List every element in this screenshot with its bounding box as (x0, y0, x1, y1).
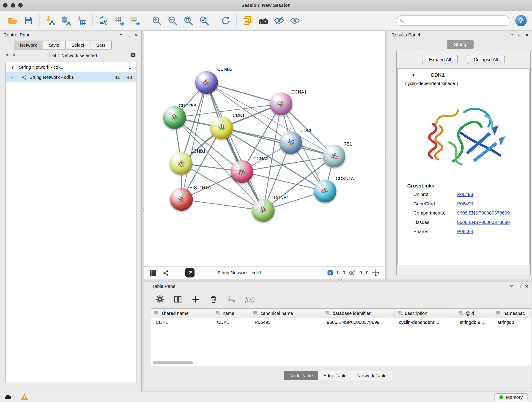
crosslink-link[interactable]: P06493 (457, 229, 473, 234)
network-canvas[interactable]: CCNB2 CCNA1 CDC25B CDK1 CDC6 RB1 CCNB1 (144, 31, 386, 279)
zoom-selected-button[interactable] (196, 13, 212, 29)
open-session-button[interactable] (5, 13, 21, 29)
zoom-out-button[interactable] (165, 13, 181, 29)
network-node-ccnb2[interactable] (195, 71, 218, 94)
crosslink-link[interactable]: P06493 (457, 192, 473, 197)
grid-view-icon[interactable] (150, 269, 157, 276)
network-node-ccne1[interactable] (252, 199, 275, 222)
expand-all-button[interactable]: Expand All (422, 55, 458, 64)
panel-maximize-icon[interactable]: □ (519, 33, 521, 37)
network-node-rb1[interactable] (323, 145, 346, 167)
export-network-button[interactable] (95, 13, 111, 29)
column-header[interactable]: @id (456, 309, 493, 318)
column-header[interactable]: namespac (493, 309, 531, 318)
column-header[interactable]: database identifier (322, 309, 394, 318)
tab-select[interactable]: Select (65, 41, 90, 50)
network-node-cdc6[interactable] (279, 131, 302, 154)
home-button[interactable] (255, 13, 271, 29)
edge-hist1h1a-ccne1[interactable] (181, 199, 263, 211)
copy-session-button[interactable] (240, 13, 255, 29)
crosslink-link[interactable]: 9606.ENSP00000378699 (457, 211, 510, 216)
network-node-ccnb1[interactable] (170, 152, 192, 175)
edge-cdk1-rb1[interactable] (222, 128, 334, 156)
memory-button[interactable]: Memory (494, 393, 528, 401)
delete-column-trash-icon[interactable] (209, 295, 218, 303)
network-node-hist1h1a[interactable] (170, 188, 193, 211)
add-column-icon[interactable] (191, 295, 200, 303)
tab-network[interactable]: Network (14, 41, 43, 50)
network-overview-icon[interactable] (163, 269, 170, 276)
results-tab-string[interactable]: String (447, 40, 473, 49)
export-image-button[interactable] (127, 13, 143, 29)
splitter-handle-left[interactable] (140, 208, 144, 212)
panel-maximize-icon[interactable]: □ (128, 33, 130, 37)
edge-ccnb2-ccna1[interactable] (207, 83, 281, 104)
edge-ccnb2-ccne1[interactable] (207, 83, 264, 211)
show-all-button[interactable] (287, 13, 303, 29)
zoom-fit-button[interactable] (181, 13, 196, 29)
column-header[interactable]: canonical name (250, 309, 322, 318)
function-builder-icon[interactable]: f(x) (245, 295, 255, 303)
selected-checkbox-icon[interactable] (327, 270, 333, 275)
splitter-handle-right[interactable] (386, 153, 389, 157)
network-node-cdk1[interactable] (210, 117, 233, 139)
network-graph[interactable]: CCNB2 CCNA1 CDC25B CDK1 CDC6 RB1 CCNB1 (144, 31, 385, 267)
open-in-new-window-button[interactable] (185, 268, 195, 278)
node-label-ccna2: CCNA2 (253, 156, 268, 161)
tab-network-table[interactable]: Network Table (352, 371, 392, 380)
panel-float-icon[interactable] (119, 32, 123, 38)
delete-table-icon[interactable] (227, 295, 236, 303)
panel-float-icon[interactable] (510, 284, 514, 289)
network-row-selected[interactable]: ● String Network - cdk1 11 48 (6, 72, 136, 82)
collapse-all-button[interactable]: Collapse All (467, 55, 505, 64)
panel-close-icon[interactable]: × (135, 32, 138, 38)
crosslink-link[interactable]: P06493 (457, 201, 473, 206)
column-header[interactable]: name (212, 309, 250, 318)
network-node-cdc25b[interactable] (163, 106, 186, 129)
export-table-button[interactable] (111, 13, 127, 29)
hide-selected-button[interactable] (271, 13, 287, 29)
panel-maximize-icon[interactable]: □ (518, 284, 521, 288)
import-network-database-button[interactable] (58, 13, 74, 29)
panel-close-icon[interactable]: × (526, 32, 529, 38)
tab-style[interactable]: Style (43, 41, 65, 50)
network-node-cdkn1a[interactable] (314, 180, 336, 203)
network-collection-row[interactable]: ▼ String Network - cdk1 1 (6, 62, 136, 72)
table-settings-gear-icon[interactable] (156, 295, 165, 303)
network-options-gear-icon[interactable] (130, 51, 137, 59)
cloud-icon[interactable] (4, 393, 12, 401)
splitter-handle-bottom[interactable] (338, 279, 342, 282)
crosslink-link[interactable]: 9606.ENSP00000378699 (457, 220, 510, 225)
pan-move-icon[interactable] (372, 269, 380, 277)
tree-expand-icon[interactable]: ▼ (11, 65, 14, 69)
search-input[interactable] (407, 18, 506, 23)
save-session-button[interactable] (21, 13, 36, 29)
edge-ccnb2-hist1h1a[interactable] (181, 83, 207, 199)
tab-sets[interactable]: Sets (90, 41, 112, 50)
tab-node-table[interactable]: Node Table (284, 371, 318, 380)
entry-collapse-icon[interactable]: ▼ (412, 72, 416, 77)
collapse-all-icon[interactable] (5, 53, 9, 58)
help-icon: ? (515, 14, 527, 27)
scrollbar-thumb[interactable] (152, 361, 193, 365)
apply-layout-button[interactable] (218, 13, 234, 29)
column-header[interactable]: description (394, 309, 456, 318)
import-table-button[interactable] (74, 13, 90, 29)
network-node-ccna1[interactable] (270, 93, 293, 115)
zoom-in-button[interactable] (149, 13, 165, 29)
import-network-file-button[interactable] (42, 13, 58, 29)
warning-icon[interactable] (21, 393, 28, 401)
search-field[interactable] (396, 16, 510, 26)
horizontal-scrollbar[interactable] (152, 361, 529, 365)
panel-close-icon[interactable]: × (525, 284, 528, 289)
table-row[interactable]: CDK1 CDK1 P06493 9606.ENSP00000378699 cy… (151, 318, 531, 327)
network-tree: ▼ String Network - cdk1 1 ● String Netwo… (6, 62, 137, 383)
expand-all-icon[interactable] (12, 53, 16, 58)
network-node-ccna2[interactable] (231, 160, 253, 183)
tab-edge-table[interactable]: Edge Table (318, 371, 352, 380)
show-columns-icon[interactable] (174, 295, 182, 303)
panel-float-icon[interactable] (510, 32, 514, 38)
help-button[interactable]: ? (515, 14, 527, 27)
edge-ccna2-cdkn1a[interactable] (242, 172, 325, 191)
column-header[interactable]: shared name (151, 309, 212, 318)
